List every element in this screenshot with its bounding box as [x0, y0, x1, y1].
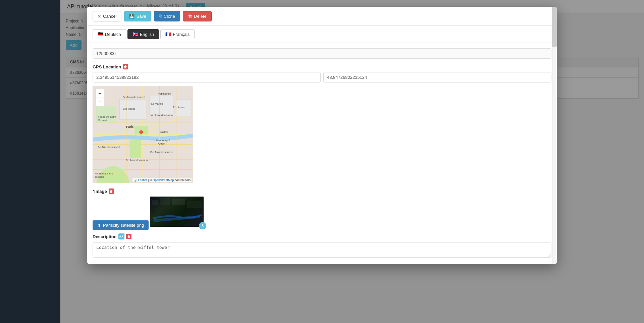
- save-label: Save: [136, 14, 146, 19]
- lang-tab-en[interactable]: 🇬🇧 English: [127, 29, 159, 39]
- svg-text:Faubourg Saint-: Faubourg Saint-: [95, 172, 114, 175]
- language-tabs: 🇩🇪 Deutsch 🇬🇧 English 🇫🇷 Français: [87, 26, 557, 43]
- svg-text:Faubourg Saint-: Faubourg Saint-: [98, 115, 117, 118]
- satellite-overlay: [150, 197, 204, 227]
- gps-longitude-input[interactable]: [93, 72, 321, 83]
- svg-rect-7: [150, 96, 173, 115]
- save-button[interactable]: 💾 Save: [124, 11, 151, 21]
- gps-latitude-input[interactable]: [323, 72, 551, 83]
- svg-text:Antoin: Antoin: [158, 142, 166, 145]
- lang-tab-fr[interactable]: 🇫🇷 Français: [160, 29, 195, 39]
- clone-button[interactable]: ⧉ Clone: [154, 11, 180, 21]
- svg-text:Faubourg S.: Faubourg S.: [156, 139, 171, 142]
- fr-label: Français: [173, 32, 190, 37]
- leaflet-link[interactable]: Leaflet: [138, 178, 147, 182]
- delete-label: Delete: [194, 14, 207, 19]
- description-label: Description AÄ 🗑: [93, 233, 551, 239]
- svg-text:3e Arrondissement: 3e Arrondissement: [123, 96, 145, 99]
- edit-modal: ✕ Cancel 💾 Save ⧉ Clone 🗑 Delete 🇩🇪 Deut…: [87, 7, 557, 264]
- cancel-icon: ✕: [98, 14, 101, 19]
- zoom-out-button[interactable]: −: [96, 98, 104, 106]
- svg-rect-40: [129, 140, 141, 158]
- svg-text:13e Arrondissement: 13e Arrondissement: [150, 151, 173, 154]
- scroll-thumb[interactable]: [552, 7, 557, 47]
- svg-rect-41: [152, 200, 158, 205]
- lang-tab-de[interactable]: 🇩🇪 Deutsch: [93, 29, 126, 39]
- image-thumbnail: [150, 197, 204, 227]
- de-label: Deutsch: [105, 32, 121, 37]
- zoom-in-button[interactable]: +: [96, 89, 104, 98]
- gps-coordinates-row: [93, 72, 551, 83]
- svg-text:11e Arron: 11e Arron: [173, 106, 184, 109]
- image-label: *Image 🗑: [93, 189, 551, 194]
- image-delete-icon[interactable]: 🗑: [109, 189, 114, 194]
- svg-text:Paris: Paris: [126, 125, 133, 128]
- en-label: English: [140, 32, 154, 37]
- id-input[interactable]: [93, 48, 551, 59]
- upload-image-button[interactable]: ⬆ Pariscity satellite.png: [93, 220, 149, 230]
- image-badge: 8: [199, 222, 206, 229]
- modal-overlay: ✕ Cancel 💾 Save ⧉ Clone 🗑 Delete 🇩🇪 Deut…: [0, 0, 644, 323]
- gps-label: GPS Location 🗑: [93, 64, 551, 69]
- fr-flag-icon: 🇫🇷: [165, 32, 171, 37]
- scroll-bar: [552, 7, 557, 264]
- save-icon: 💾: [129, 14, 135, 19]
- gps-delete-icon[interactable]: 🗑: [123, 64, 128, 69]
- map-attribution: 🍃 Leaflet | © OpenStreetMap contributors: [132, 178, 192, 182]
- delete-button[interactable]: 🗑 Delete: [183, 11, 212, 21]
- gps-label-text: GPS Location: [93, 64, 121, 69]
- description-delete-icon[interactable]: 🗑: [126, 234, 131, 239]
- svg-text:Les Halles: Les Halles: [123, 107, 135, 110]
- svg-rect-44: [187, 201, 202, 208]
- de-flag-icon: 🇩🇪: [98, 32, 103, 37]
- delete-icon: 🗑: [188, 14, 192, 19]
- image-inner: [150, 197, 204, 227]
- osm-link[interactable]: OpenStreetMap: [153, 178, 174, 182]
- svg-rect-42: [160, 198, 170, 205]
- en-flag-icon: 🇬🇧: [132, 32, 138, 37]
- clone-label: Clone: [164, 14, 175, 19]
- svg-rect-43: [172, 199, 185, 205]
- cancel-button[interactable]: ✕ Cancel: [93, 11, 121, 21]
- map-pin: 📍: [137, 130, 145, 138]
- map-container[interactable]: Faubourg Saint- Germain Les Halles Le Ma…: [93, 86, 193, 183]
- modal-toolbar: ✕ Cancel 💾 Save ⧉ Clone 🗑 Delete: [87, 7, 557, 26]
- svg-text:Le Marais: Le Marais: [151, 102, 163, 105]
- description-label-text: Description: [93, 234, 117, 239]
- upload-icon: ⬆: [97, 223, 101, 228]
- translate-icon: AÄ: [118, 233, 124, 239]
- svg-text:4e Arrondissement: 4e Arrondissement: [151, 114, 174, 117]
- description-textarea[interactable]: Location of the Eiffel tower: [93, 242, 551, 258]
- svg-text:5e Arrondissement: 5e Arrondissement: [126, 159, 149, 162]
- map-zoom-controls: + −: [96, 89, 104, 106]
- svg-text:Popincourt: Popincourt: [158, 92, 171, 95]
- svg-text:Bastille: Bastille: [160, 130, 168, 133]
- image-thumbnail-wrapper: 8: [150, 197, 204, 227]
- image-label-text: *Image: [93, 189, 107, 194]
- clone-icon: ⧉: [159, 13, 162, 19]
- modal-body: GPS Location 🗑: [87, 43, 557, 264]
- svg-text:6e Arrondissement: 6e Arrondissement: [98, 146, 120, 149]
- svg-text:Germain: Germain: [98, 119, 108, 122]
- cancel-label: Cancel: [103, 14, 116, 19]
- svg-text:Jacques: Jacques: [95, 175, 105, 178]
- upload-label: Pariscity satellite.png: [103, 223, 144, 228]
